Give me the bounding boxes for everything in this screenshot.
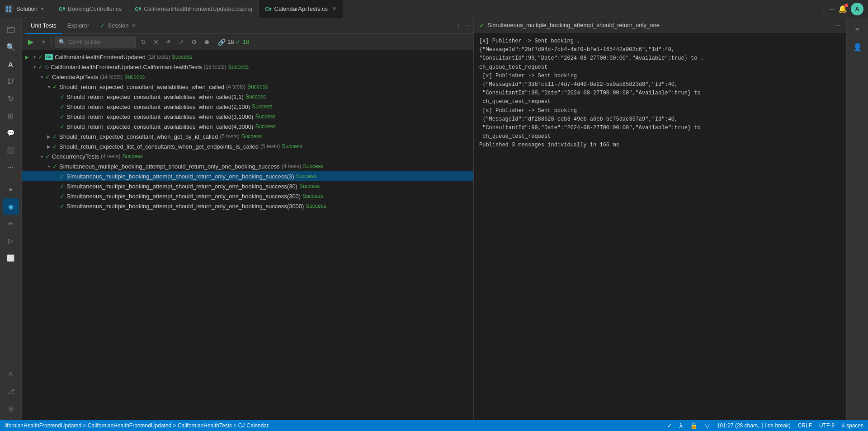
more-tabs-icon[interactable]: ⋮ (820, 5, 826, 12)
item-label-group3: Should_return_expected_list_of_consultan… (59, 143, 259, 150)
tree-item-simult-3000[interactable]: ✓ Simultaneous_multiple_booking_attempt_… (22, 201, 473, 211)
tab-session-label: Session (108, 22, 128, 29)
tree-item-avail-4[interactable]: ✓ Should_return_expected_consultant_avai… (22, 122, 473, 131)
expand-simult-group[interactable]: ▾ (45, 163, 52, 170)
run-dropdown-button[interactable]: ▾ (38, 37, 49, 47)
output-line-1: [x] Publisher -> Sent booking . (479, 37, 841, 46)
circle-icon[interactable]: ◉ (3, 198, 19, 215)
minimize-icon[interactable]: ─ (830, 5, 835, 13)
chat-icon[interactable]: 💬 (3, 125, 19, 141)
right-list-icon[interactable]: ≡ (849, 22, 866, 38)
tab-unit-tests[interactable]: Unit Tests (25, 18, 62, 34)
tab-calendar-close[interactable]: ✕ (332, 6, 336, 12)
search-input[interactable] (68, 39, 132, 45)
tree-item-simult-group[interactable]: ▾ ✓ Simultaneous_multiple_booking_attemp… (22, 161, 473, 171)
check-avail-1: ✓ (60, 94, 65, 100)
output-line-13: Published 3 messages individually in 166… (479, 141, 841, 150)
export-button[interactable]: ↗ (176, 37, 187, 47)
output-more-icon[interactable]: ⋯ (834, 21, 841, 29)
svg-point-7 (8, 82, 10, 84)
clear-button[interactable]: ✕ (151, 37, 161, 47)
output-line-6: {"MessageId":"3d8fcb11-74d7-4d40-8e22-5a… (479, 80, 841, 89)
item-count-group1: (4 tests) (226, 84, 245, 90)
avatar-icon[interactable]: A (851, 3, 863, 15)
stop-icon[interactable]: ⬛ (3, 142, 19, 158)
warning-icon[interactable]: ⚠ (3, 366, 19, 382)
item-count-concurrency: (4 tests) (101, 153, 120, 159)
status-db-icon: 🔒 (690, 422, 698, 429)
more-icon[interactable]: ••• (3, 159, 19, 175)
toolbar-sep-2 (215, 38, 215, 46)
output-check-icon: ✓ (479, 22, 485, 29)
tab-session-close[interactable]: ✕ (132, 23, 136, 28)
show-live-button[interactable]: 👁 (163, 37, 174, 47)
search-icon[interactable]: 🔍 (3, 39, 19, 55)
tab-explorer[interactable]: Explorer (62, 18, 94, 34)
extensions-icon[interactable]: ⊞ (3, 108, 19, 124)
tree-item-group3[interactable]: ▶ ✓ Should_return_expected_list_of_consu… (22, 141, 473, 151)
solution-selector[interactable]: Solution ▾ (5, 5, 43, 13)
svg-rect-2 (6, 9, 8, 12)
tab-calendar[interactable]: C# CalendarApiTests.cs ✕ (259, 0, 344, 18)
tab-session[interactable]: ✓ Session ✕ (94, 18, 141, 34)
output-line-7: "ConsultantId":99,"Date":"2024-08-27T00:… (479, 89, 841, 98)
expand-calendar-api[interactable]: ▾ (38, 73, 45, 80)
tree-item-simult-3[interactable]: ✓ Simultaneous_multiple_booking_attempt_… (22, 171, 473, 181)
pen-icon[interactable]: ✏ (3, 216, 19, 232)
tab-californian[interactable]: C# CalifornianHealthFrontendUpdated.cspr… (128, 0, 259, 18)
expand-concurrency[interactable]: ▾ (38, 153, 45, 160)
source-control-icon[interactable] (3, 73, 19, 89)
item-label-group2: Should_return_expected_consultant_when_g… (59, 133, 218, 140)
expand-group1[interactable]: ▾ (45, 83, 52, 90)
output-content[interactable]: [x] Publisher -> Sent booking . {"Messag… (474, 33, 846, 420)
content-area: Unit Tests Explorer ✓ Session ✕ ⋮ ─ ▶ (22, 18, 868, 420)
item-status-simult-30: Success (299, 183, 320, 189)
tree-item-avail-2[interactable]: ✓ Should_return_expected_consultant_avai… (22, 102, 473, 112)
right-person-icon[interactable]: 👤 (849, 39, 866, 55)
right-sidebar: ≡ 👤 (846, 18, 868, 420)
tree-item-root[interactable]: ▶ ▾ ✓ C# CalifornianHealthFrontendUpdate… (22, 52, 473, 62)
tree-item-group2[interactable]: ▶ ✓ Should_return_expected_consultant_wh… (22, 131, 473, 141)
notification-icon[interactable]: 🔔 (838, 5, 847, 13)
refresh-icon[interactable]: ↻ (3, 90, 19, 107)
item-status-simult-3: Success (296, 173, 316, 179)
tab-calendar-label: CalendarApiTests.cs (274, 5, 328, 12)
tree-item-avail-3[interactable]: ✓ Should_return_expected_consultant_avai… (22, 112, 473, 122)
svg-rect-0 (6, 6, 8, 9)
tree-item-concurrency[interactable]: ▾ ✓ ConcurrencyTests (4 tests) Success (22, 151, 473, 161)
list-icon[interactable]: ≡ (3, 181, 19, 197)
expand-group3[interactable]: ▶ (45, 143, 52, 150)
terminal-icon[interactable]: ⬜ (3, 250, 19, 266)
expand-root[interactable]: ▾ (31, 53, 38, 61)
item-status-avail-2: Success (252, 103, 272, 110)
search-box[interactable]: 🔍 (55, 37, 136, 47)
font-icon[interactable]: A (3, 56, 19, 72)
linked-badge: 🔗 18 (218, 38, 234, 46)
tab-more-icon[interactable]: ⋮ (455, 23, 461, 29)
record-button[interactable]: ⏺ (201, 37, 212, 47)
git-branch-icon[interactable]: ⎇ (3, 383, 19, 399)
settings-button[interactable]: ⚙ (189, 37, 199, 47)
status-bar: lifornianHealthFrontendUpdated > Califor… (0, 420, 868, 431)
tab-minimize-icon[interactable]: ─ (465, 22, 470, 30)
notification-dot (844, 4, 848, 7)
cs-badge-californian: C# (135, 6, 141, 12)
sort-button[interactable]: ⇅ (138, 37, 149, 47)
tree-item-l1[interactable]: ▾ ✓ ◇ CalifornianHealthFrontendUpdated.C… (22, 62, 473, 72)
check-concurrency: ✓ (45, 153, 50, 160)
item-status-l1: Success (228, 64, 249, 70)
tree-item-avail-1[interactable]: ✓ Should_return_expected_consultant_avai… (22, 92, 473, 102)
tree-item-simult-30[interactable]: ✓ Simultaneous_multiple_booking_attempt_… (22, 181, 473, 191)
camera-icon[interactable]: ◎ (3, 400, 19, 417)
run-root-btn[interactable]: ▶ (24, 53, 31, 61)
tree-item-simult-300[interactable]: ✓ Simultaneous_multiple_booking_attempt_… (22, 191, 473, 201)
tree-item-calendar-api[interactable]: ▾ ✓ CalendarApiTests (14 tests) Success (22, 72, 473, 82)
expand-l1[interactable]: ▾ (31, 63, 38, 70)
play-icon[interactable]: ▷ (3, 233, 19, 249)
expand-group2[interactable]: ▶ (45, 133, 52, 140)
tree-item-group1[interactable]: ▾ ✓ Should_return_expected_consultant_av… (22, 82, 473, 92)
folder-icon[interactable] (3, 22, 19, 38)
run-all-button[interactable]: ▶ (25, 37, 36, 47)
tab-booking[interactable]: C# BookingController.cs (52, 0, 128, 18)
item-status-avail-3: Success (255, 113, 275, 120)
